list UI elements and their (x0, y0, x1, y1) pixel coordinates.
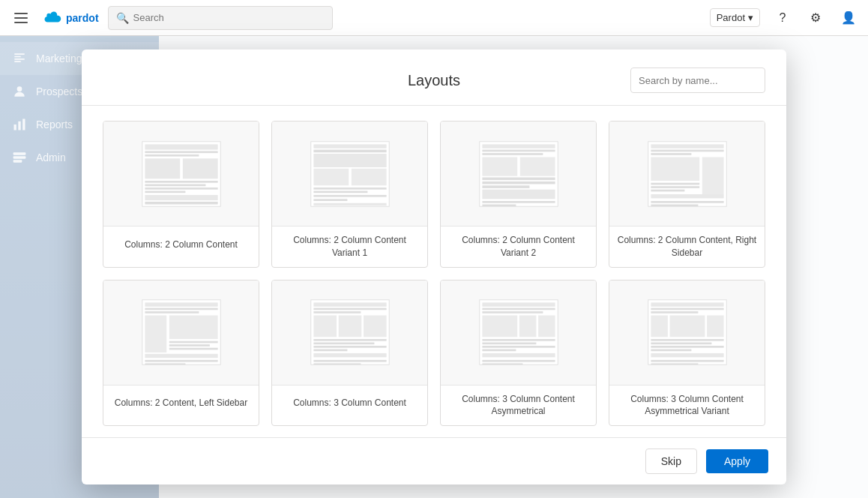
svg-rect-56 (145, 308, 217, 310)
layout-preview-3 (441, 122, 596, 226)
svg-rect-40 (482, 201, 555, 203)
svg-rect-72 (364, 316, 387, 338)
svg-rect-88 (482, 343, 536, 345)
svg-rect-104 (651, 350, 691, 352)
layout-label-2: Columns: 2 Column Content Variant 1 (272, 226, 427, 267)
layout-card-5[interactable]: Columns: 2 Content, Left Sidebar (103, 280, 259, 427)
search-input[interactable] (133, 12, 325, 23)
svg-rect-101 (651, 339, 723, 341)
global-search-bar[interactable]: 🔍 (108, 6, 333, 30)
salesforce-cloud-icon (42, 10, 63, 26)
layout-label-5: Columns: 2 Content, Left Sidebar (103, 386, 259, 422)
svg-rect-84 (482, 316, 517, 338)
svg-rect-85 (519, 316, 536, 338)
layout-card-7[interactable]: Columns: 3 Column Content Asymmetrical (440, 280, 597, 427)
help-button[interactable]: ? (772, 8, 793, 28)
layout-preview-1 (103, 122, 259, 226)
layout-label-3: Columns: 2 Column Content Variant 2 (441, 226, 596, 267)
svg-rect-93 (482, 363, 522, 364)
svg-rect-29 (313, 202, 386, 206)
pardot-text: pardot (66, 12, 99, 24)
layout-card-3[interactable]: Columns: 2 Column Content Variant 2 (440, 121, 597, 268)
svg-rect-35 (519, 157, 555, 176)
svg-rect-69 (313, 311, 361, 314)
svg-rect-48 (651, 182, 699, 184)
svg-rect-24 (351, 168, 386, 185)
svg-rect-53 (651, 204, 698, 206)
svg-rect-14 (145, 184, 205, 186)
nav-right-area: Pardot ▾ ? ⚙ 👤 (710, 8, 859, 28)
svg-rect-98 (651, 316, 668, 338)
svg-rect-52 (651, 201, 723, 203)
svg-rect-91 (482, 353, 555, 357)
layout-preview-svg-2 (309, 140, 391, 208)
svg-rect-23 (313, 168, 349, 185)
layout-search-input[interactable] (630, 68, 765, 93)
apply-button[interactable]: Apply (706, 449, 768, 473)
svg-rect-46 (651, 157, 699, 181)
layout-label-7: Columns: 3 Column Content Asymmetrical (441, 386, 596, 426)
chevron-down-icon: ▾ (748, 12, 753, 23)
layout-card-6[interactable]: Columns: 3 Column Content (271, 280, 428, 427)
svg-rect-60 (169, 341, 217, 344)
layout-card-1[interactable]: Columns: 2 Column Content (103, 121, 259, 268)
svg-rect-71 (338, 316, 361, 338)
svg-rect-50 (651, 189, 684, 191)
layout-preview-svg-8 (646, 298, 729, 366)
hamburger-icon (14, 13, 28, 23)
modal-body: Columns: 2 Column Content (82, 106, 786, 437)
layout-preview-svg-1 (140, 140, 223, 208)
svg-rect-73 (313, 339, 386, 341)
svg-rect-87 (482, 339, 555, 341)
layout-label-8: Columns: 3 Column Content Asymmetrical V… (609, 386, 765, 426)
svg-rect-10 (145, 154, 199, 156)
svg-rect-16 (145, 190, 185, 193)
svg-rect-95 (651, 302, 723, 306)
pardot-select[interactable]: Pardot ▾ (710, 8, 760, 27)
layout-preview-8 (609, 280, 765, 386)
svg-rect-32 (482, 149, 555, 152)
user-button[interactable]: 👤 (838, 8, 859, 28)
layout-preview-6 (272, 280, 427, 386)
svg-rect-65 (145, 363, 185, 364)
layout-preview-4 (609, 122, 765, 226)
hamburger-menu-button[interactable] (9, 6, 33, 30)
svg-rect-11 (145, 158, 180, 178)
layout-card-4[interactable]: Columns: 2 Column Content, Right Sidebar (609, 121, 765, 268)
svg-rect-37 (482, 181, 555, 184)
svg-rect-38 (482, 185, 529, 188)
settings-button[interactable]: ⚙ (805, 8, 826, 28)
svg-rect-79 (313, 363, 361, 364)
svg-rect-9 (145, 151, 217, 153)
svg-rect-36 (482, 177, 555, 180)
svg-rect-89 (482, 346, 555, 348)
skip-button[interactable]: Skip (645, 448, 697, 474)
layout-preview-5 (103, 280, 259, 386)
svg-rect-97 (651, 311, 698, 314)
svg-rect-75 (313, 346, 386, 348)
layout-card-8[interactable]: Columns: 3 Column Content Asymmetrical V… (609, 280, 765, 427)
layout-label-6: Columns: 3 Column Content (272, 386, 427, 422)
svg-rect-92 (482, 360, 555, 362)
layouts-grid: Columns: 2 Column Content (103, 121, 765, 426)
svg-rect-99 (669, 316, 705, 338)
svg-rect-68 (313, 308, 386, 310)
svg-rect-49 (651, 186, 699, 188)
svg-rect-28 (313, 199, 347, 201)
layout-preview-2 (272, 122, 427, 226)
svg-rect-27 (313, 194, 386, 196)
svg-rect-8 (145, 144, 217, 149)
svg-rect-64 (145, 360, 217, 362)
svg-rect-26 (313, 190, 367, 193)
layout-preview-svg-7 (477, 298, 560, 366)
layout-card-2[interactable]: Columns: 2 Column Content Variant 1 (271, 121, 428, 268)
layout-preview-svg-5 (140, 298, 223, 366)
svg-rect-33 (482, 153, 543, 155)
svg-rect-59 (169, 316, 217, 340)
svg-rect-41 (482, 204, 516, 206)
svg-rect-100 (707, 316, 724, 338)
svg-rect-106 (651, 360, 723, 362)
layout-preview-7 (441, 280, 596, 386)
svg-rect-12 (182, 158, 217, 178)
svg-rect-58 (145, 316, 166, 353)
